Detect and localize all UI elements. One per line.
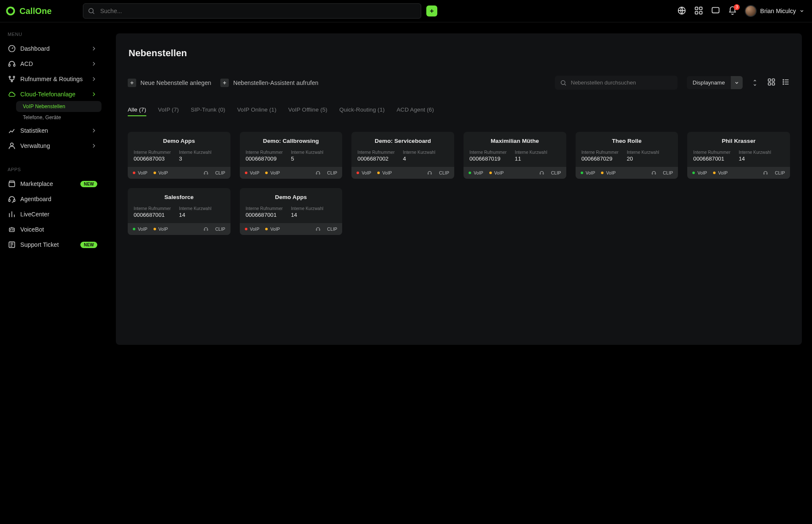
tab-0[interactable]: Alle (7) bbox=[128, 104, 146, 116]
svg-rect-25 bbox=[768, 83, 771, 85]
sidebar: MENU Dashboard ACD Rufnummer & Routings … bbox=[0, 22, 106, 524]
sidebar-item-acd[interactable]: ACD bbox=[4, 56, 102, 71]
sidebar-item-dashboard[interactable]: Dashboard bbox=[4, 41, 102, 56]
svg-rect-6 bbox=[700, 11, 702, 14]
notifications-button[interactable]: 3 bbox=[728, 6, 737, 16]
sort-caret[interactable] bbox=[731, 76, 743, 89]
global-search-input[interactable] bbox=[99, 7, 417, 15]
tabs: Alle (7)VoIP (7)SIP-Trunk (0)VoIP Online… bbox=[128, 104, 790, 117]
card-internal-short: 4 bbox=[403, 156, 448, 162]
plus-icon bbox=[129, 80, 134, 85]
card-voip-status-1: VoIP bbox=[245, 227, 260, 232]
sidebar-app-livecenter[interactable]: LiveCenter bbox=[4, 207, 102, 222]
view-list-button[interactable] bbox=[782, 78, 790, 87]
headset-icon bbox=[315, 170, 321, 175]
extension-card[interactable]: Demo: Callbrowsing Interne Rufnummer 000… bbox=[240, 132, 343, 179]
extension-card[interactable]: Demo: Serviceboard Interne Rufnummer 000… bbox=[351, 132, 454, 179]
tab-5[interactable]: Quick-Routing (1) bbox=[339, 104, 385, 116]
extension-card[interactable]: Maximilian Müthe Interne Rufnummer 00066… bbox=[464, 132, 566, 179]
global-search[interactable] bbox=[83, 3, 421, 19]
view-grid-button[interactable] bbox=[767, 78, 776, 87]
extension-card[interactable]: Demo Apps Interne Rufnummer 0006687001 I… bbox=[240, 188, 343, 235]
sidebar-app-voicebot[interactable]: VoiceBot bbox=[4, 222, 102, 237]
svg-rect-31 bbox=[207, 173, 208, 175]
sidebar-item-label: Support Ticket bbox=[20, 241, 59, 248]
button-label: Neue Nebenstelle anlegen bbox=[140, 79, 211, 86]
card-title: Phil Krasser bbox=[687, 132, 790, 148]
chart-line-icon bbox=[8, 126, 16, 135]
sidebar-item-label: Dashboard bbox=[20, 45, 49, 52]
sidebar-item-routing[interactable]: Rufnummer & Routings bbox=[4, 71, 102, 87]
sidebar-item-cloud[interactable]: Cloud-Telefonanlage bbox=[4, 87, 102, 102]
chevron-right-icon bbox=[91, 45, 97, 52]
card-title: Theo Rolle bbox=[576, 132, 678, 148]
tab-1[interactable]: VoIP (7) bbox=[158, 104, 179, 116]
filter-search-input[interactable] bbox=[570, 79, 672, 86]
sort-order-toggle[interactable] bbox=[752, 79, 758, 87]
content-panel: Nebenstellen Neue Nebenstelle anlegen Ne… bbox=[116, 33, 802, 345]
svg-rect-42 bbox=[204, 229, 205, 231]
sidebar-item-statistiken[interactable]: Statistiken bbox=[4, 123, 102, 138]
card-field-label: Interne Rufnummer bbox=[582, 150, 627, 155]
user-icon bbox=[8, 142, 16, 150]
card-voip-status-2: VoIP bbox=[265, 227, 280, 232]
sidebar-item-verwaltung[interactable]: Verwaltung bbox=[4, 138, 102, 153]
tab-3[interactable]: VoIP Online (1) bbox=[237, 104, 277, 116]
card-field-label: Interne Rufnummer bbox=[693, 150, 738, 155]
sidebar-app-agentboard[interactable]: Agentboard bbox=[4, 191, 102, 207]
sidebar-sub-voip-nebenstellen[interactable]: VoIP Nebenstellen bbox=[16, 101, 102, 112]
extension-card[interactable]: Salesforce Interne Rufnummer 0006687001 … bbox=[128, 188, 230, 235]
create-button[interactable] bbox=[426, 5, 437, 16]
store-icon bbox=[8, 180, 16, 188]
sidebar-app-marketplace[interactable]: Marketplace NEW bbox=[4, 176, 102, 191]
apps-grid-button[interactable] bbox=[694, 6, 703, 16]
card-clip: CLIP bbox=[203, 170, 225, 175]
card-clip: CLIP bbox=[763, 170, 785, 175]
svg-point-29 bbox=[783, 84, 784, 85]
filter-search[interactable] bbox=[555, 76, 678, 90]
svg-rect-3 bbox=[695, 7, 698, 9]
language-button[interactable] bbox=[677, 6, 686, 16]
sort-select[interactable]: Displayname bbox=[687, 76, 743, 89]
grid-icon bbox=[694, 6, 703, 15]
sidebar-app-support[interactable]: Support Ticket NEW bbox=[4, 237, 102, 252]
notification-badge: 3 bbox=[734, 4, 740, 10]
logo[interactable]: CallOne bbox=[5, 5, 77, 16]
extension-card[interactable]: Demo Apps Interne Rufnummer 0006687003 I… bbox=[128, 132, 230, 179]
card-title: Maximilian Müthe bbox=[464, 132, 566, 148]
card-title: Demo Apps bbox=[128, 132, 230, 148]
sidebar-sub-telefone[interactable]: Telefone, Geräte bbox=[16, 112, 102, 123]
card-voip-status-1: VoIP bbox=[357, 170, 371, 175]
card-internal-short: 20 bbox=[627, 156, 672, 162]
tab-6[interactable]: ACD Agent (6) bbox=[397, 104, 434, 116]
svg-rect-33 bbox=[319, 173, 320, 175]
card-title: Demo Apps bbox=[240, 188, 343, 205]
search-icon bbox=[560, 79, 567, 86]
new-extension-button[interactable]: Neue Nebenstelle anlegen bbox=[128, 79, 211, 87]
logo-icon bbox=[5, 5, 16, 16]
card-internal-short: 3 bbox=[179, 156, 224, 162]
card-internal-short: 14 bbox=[179, 212, 224, 218]
sidebar-section-menu: MENU bbox=[4, 30, 102, 41]
headset-icon bbox=[763, 170, 768, 175]
topbar: CallOne bbox=[0, 0, 812, 22]
user-menu[interactable]: Brian Miculcy bbox=[745, 5, 804, 17]
grid-icon bbox=[767, 78, 776, 86]
tab-4[interactable]: VoIP Offline (5) bbox=[288, 104, 328, 116]
card-voip-status-1: VoIP bbox=[692, 170, 707, 175]
card-clip: CLIP bbox=[315, 170, 337, 175]
assistant-button[interactable]: Nebenstellen-Assistent aufrufen bbox=[220, 79, 318, 87]
tab-2[interactable]: SIP-Trunk (0) bbox=[191, 104, 225, 116]
svg-rect-10 bbox=[14, 64, 15, 66]
extension-card[interactable]: Theo Rolle Interne Rufnummer 0006687029 … bbox=[576, 132, 678, 179]
card-voip-status-2: VoIP bbox=[265, 170, 280, 175]
svg-rect-17 bbox=[14, 199, 15, 202]
card-field-label: Interne Kurzwahl bbox=[179, 150, 224, 155]
card-internal-short: 5 bbox=[291, 156, 336, 162]
extension-card[interactable]: Phil Krasser Interne Rufnummer 000668700… bbox=[687, 132, 790, 179]
messages-button[interactable] bbox=[711, 6, 720, 16]
avatar bbox=[745, 5, 757, 17]
svg-point-0 bbox=[11, 7, 14, 9]
svg-rect-9 bbox=[9, 64, 10, 66]
card-internal-number: 0006687003 bbox=[134, 156, 179, 162]
